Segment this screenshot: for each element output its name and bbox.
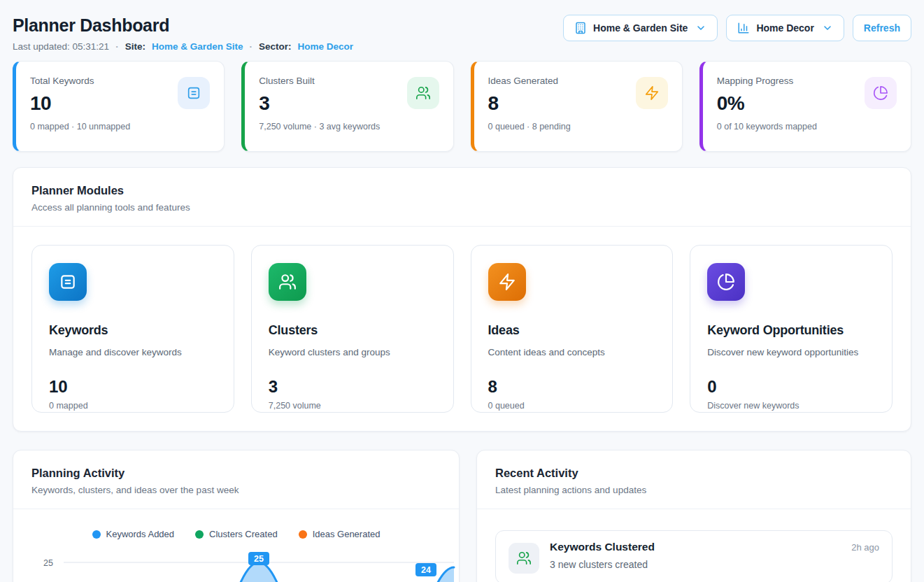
- legend-dot-green: [195, 530, 204, 539]
- building-icon: [574, 22, 587, 34]
- area-chart: 25 25 24: [13, 548, 459, 582]
- page-title: Planner Dashboard: [13, 15, 353, 36]
- site-selector-label: Home & Garden Site: [593, 22, 688, 34]
- meta-row: Last updated: 05:31:21 · Site: Home & Ga…: [13, 41, 353, 52]
- topbar-left: Planner Dashboard Last updated: 05:31:21…: [13, 8, 353, 52]
- topbar: Planner Dashboard Last updated: 05:31:21…: [13, 8, 911, 52]
- document-icon: [178, 77, 210, 109]
- data-label-24: 24: [415, 563, 436, 576]
- planning-activity-panel: Planning Activity Keywords, clusters, an…: [13, 450, 460, 582]
- refresh-button-label: Refresh: [864, 22, 900, 34]
- recent-activity-title: Recent Activity: [495, 467, 893, 480]
- module-description: Discover new keyword opportunities: [707, 347, 875, 357]
- stat-card-ideas-generated: Ideas Generated 8 0 queued · 8 pending: [471, 61, 683, 152]
- sector-selector-dropdown[interactable]: Home Decor: [726, 15, 844, 41]
- recent-activity-subtitle: Latest planning actions and updates: [495, 485, 893, 495]
- module-description: Content ideas and concepts: [488, 347, 656, 357]
- stat-sub: 0 mapped · 10 unmapped: [30, 122, 210, 132]
- zap-icon: [488, 263, 526, 301]
- module-title: Keyword Opportunities: [707, 323, 875, 338]
- module-sub: 0 queued: [488, 401, 656, 411]
- legend-item-ideas-generated[interactable]: Ideas Generated: [299, 529, 381, 539]
- module-value: 8: [488, 377, 656, 397]
- module-description: Keyword clusters and groups: [269, 347, 436, 357]
- y-axis-tick: 25: [43, 558, 53, 568]
- module-title: Keywords: [49, 323, 217, 338]
- module-card-keywords[interactable]: Keywords Manage and discover keywords 10…: [31, 245, 234, 413]
- legend-label: Clusters Created: [209, 529, 278, 539]
- planner-dashboard-page: Planner Dashboard Last updated: 05:31:21…: [0, 0, 924, 582]
- sector-link[interactable]: Home Decor: [297, 41, 353, 52]
- planner-modules-panel: Planner Modules Access all planning tool…: [13, 167, 911, 432]
- bar-chart-icon: [737, 22, 750, 34]
- module-card-ideas[interactable]: Ideas Content ideas and concepts 8 0 que…: [471, 245, 674, 413]
- modules-title: Planner Modules: [31, 184, 893, 197]
- keywords-added-area: [64, 562, 454, 582]
- modules-subtitle: Access all planning tools and features: [31, 202, 893, 213]
- chevron-down-icon: [695, 22, 706, 34]
- recent-activity-panel: Recent Activity Latest planning actions …: [476, 450, 911, 582]
- module-value: 3: [269, 377, 436, 397]
- legend-dot-blue: [92, 530, 101, 539]
- recent-activity-header: Recent Activity Latest planning actions …: [477, 450, 911, 509]
- stats-row: Total Keywords 10 0 mapped · 10 unmapped…: [13, 61, 911, 152]
- stat-card-mapping-progress: Mapping Progress 0% 0 of 10 keywords map…: [699, 61, 911, 152]
- activity-title: Keywords Clustered: [550, 541, 655, 553]
- module-card-clusters[interactable]: Clusters Keyword clusters and groups 3 7…: [251, 245, 454, 413]
- planning-activity-subtitle: Keywords, clusters, and ideas over the p…: [31, 485, 441, 495]
- module-title: Clusters: [269, 323, 436, 338]
- topbar-actions: Home & Garden Site Home Decor Refresh: [563, 15, 911, 41]
- users-icon: [407, 77, 439, 109]
- stat-sub: 7,250 volume · 3 avg keywords: [259, 122, 439, 132]
- module-sub: 7,250 volume: [269, 401, 436, 411]
- module-title: Ideas: [488, 323, 656, 338]
- site-selector-dropdown[interactable]: Home & Garden Site: [563, 15, 718, 41]
- activity-body: Keywords Clustered 2h ago 3 new clusters…: [550, 541, 879, 570]
- site-label: Site:: [125, 41, 145, 52]
- chevron-down-icon: [822, 22, 833, 34]
- stat-card-total-keywords: Total Keywords 10 0 mapped · 10 unmapped: [13, 61, 225, 152]
- activity-item-keywords-clustered: Keywords Clustered 2h ago 3 new clusters…: [495, 530, 893, 582]
- stat-sub: 0 queued · 8 pending: [488, 122, 668, 132]
- stat-sub: 0 of 10 keywords mapped: [717, 122, 897, 132]
- svg-text:25: 25: [254, 554, 264, 564]
- pie-chart-icon: [707, 263, 745, 301]
- planning-activity-title: Planning Activity: [31, 467, 441, 480]
- pie-chart-icon: [865, 77, 897, 109]
- stat-card-clusters-built: Clusters Built 3 7,250 volume · 3 avg ke…: [241, 61, 453, 152]
- planning-activity-chart: 25 25 24: [13, 548, 459, 582]
- planning-activity-header: Planning Activity Keywords, clusters, an…: [13, 450, 459, 509]
- legend-dot-orange: [299, 530, 307, 539]
- last-updated-text: Last updated: 05:31:21: [13, 41, 109, 52]
- chart-legend: Keywords Added Clusters Created Ideas Ge…: [13, 529, 459, 539]
- activity-timestamp: 2h ago: [851, 542, 879, 553]
- module-card-keyword-opportunities[interactable]: Keyword Opportunities Discover new keywo…: [690, 245, 893, 413]
- module-sub: 0 mapped: [49, 401, 217, 411]
- bottom-row: Planning Activity Keywords, clusters, an…: [13, 450, 911, 582]
- legend-label: Keywords Added: [106, 529, 175, 539]
- module-value: 0: [707, 377, 875, 397]
- document-icon: [49, 263, 87, 301]
- data-label-25: 25: [248, 552, 269, 565]
- activity-list: Keywords Clustered 2h ago 3 new clusters…: [477, 509, 911, 582]
- meta-separator: ·: [249, 41, 253, 52]
- legend-item-keywords-added[interactable]: Keywords Added: [92, 529, 175, 539]
- modules-grid: Keywords Manage and discover keywords 10…: [13, 227, 911, 431]
- legend-item-clusters-created[interactable]: Clusters Created: [195, 529, 278, 539]
- activity-description: 3 new clusters created: [550, 559, 879, 570]
- module-value: 10: [49, 377, 217, 397]
- module-description: Manage and discover keywords: [49, 347, 217, 357]
- activity-top-row: Keywords Clustered 2h ago: [550, 541, 879, 553]
- zap-icon: [636, 77, 668, 109]
- sector-selector-label: Home Decor: [756, 22, 813, 34]
- svg-text:24: 24: [421, 565, 431, 575]
- modules-panel-header: Planner Modules Access all planning tool…: [13, 168, 911, 227]
- users-icon: [509, 543, 539, 574]
- users-icon: [269, 263, 306, 301]
- refresh-button[interactable]: Refresh: [853, 15, 911, 41]
- meta-separator: ·: [115, 41, 119, 52]
- module-sub: Discover new keywords: [707, 401, 875, 411]
- site-link[interactable]: Home & Garden Site: [152, 41, 243, 52]
- legend-label: Ideas Generated: [313, 529, 381, 539]
- sector-label: Sector:: [259, 41, 292, 52]
